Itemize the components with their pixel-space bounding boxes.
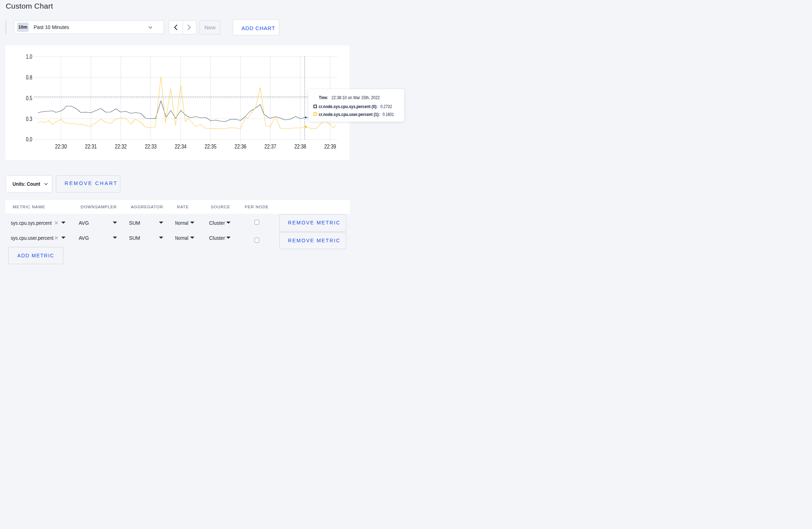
svg-text:22:30: 22:30 xyxy=(55,144,67,150)
svg-text:0.8: 0.8 xyxy=(26,74,33,81)
svg-text:22:39: 22:39 xyxy=(324,144,336,150)
svg-text:0.5: 0.5 xyxy=(26,95,33,101)
svg-text:22:33: 22:33 xyxy=(145,144,156,150)
svg-text:Time:: Time: xyxy=(319,95,328,100)
svg-text:22:36: 22:36 xyxy=(235,144,246,150)
svg-text:22:32: 22:32 xyxy=(115,144,127,150)
svg-text:0.3: 0.3 xyxy=(26,116,33,122)
svg-text:cr.node.sys.cpu.user.percent (: cr.node.sys.cpu.user.percent (1): xyxy=(319,112,380,117)
svg-text:0.0: 0.0 xyxy=(26,136,33,142)
svg-text:0.2732: 0.2732 xyxy=(381,104,392,109)
svg-text:22:34: 22:34 xyxy=(175,144,187,150)
svg-text:22:31: 22:31 xyxy=(85,144,97,150)
svg-text:cr.node.sys.cpu.sys.percent (0: cr.node.sys.cpu.sys.percent (0): xyxy=(319,104,378,109)
svg-text:22:38:10 on Mar 15th, 2022: 22:38:10 on Mar 15th, 2022 xyxy=(332,95,380,100)
svg-text:22:35: 22:35 xyxy=(205,144,217,150)
svg-text:0.1601: 0.1601 xyxy=(383,112,394,117)
svg-text:22:38: 22:38 xyxy=(294,144,306,150)
svg-text:22:37: 22:37 xyxy=(265,144,276,150)
svg-text:1.0: 1.0 xyxy=(26,54,33,60)
